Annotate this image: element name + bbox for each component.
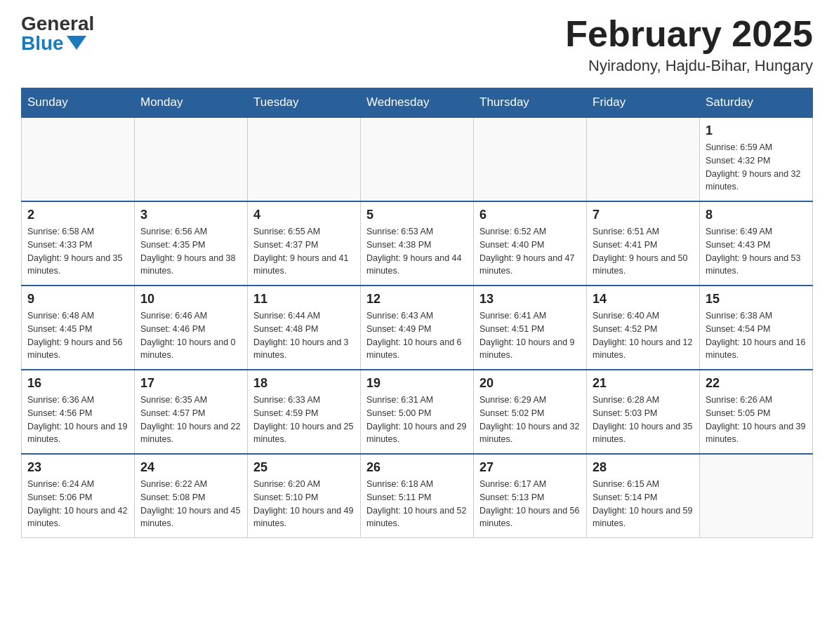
day-info: Sunrise: 6:36 AMSunset: 4:56 PMDaylight:… bbox=[27, 394, 128, 446]
day-info: Sunrise: 6:48 AMSunset: 4:45 PMDaylight:… bbox=[27, 309, 128, 362]
day-number: 9 bbox=[27, 292, 128, 307]
calendar-cell: 24Sunrise: 6:22 AMSunset: 5:08 PMDayligh… bbox=[135, 454, 248, 538]
day-info: Sunrise: 6:29 AMSunset: 5:02 PMDaylight:… bbox=[479, 394, 581, 446]
header-day-thursday: Thursday bbox=[474, 88, 587, 118]
header-day-monday: Monday bbox=[135, 88, 248, 118]
calendar-cell: 4Sunrise: 6:55 AMSunset: 4:37 PMDaylight… bbox=[248, 201, 361, 286]
calendar-week-1: 1Sunrise: 6:59 AMSunset: 4:32 PMDaylight… bbox=[22, 117, 813, 201]
logo-blue-text: Blue bbox=[21, 34, 86, 53]
header-row: SundayMondayTuesdayWednesdayThursdayFrid… bbox=[22, 88, 813, 118]
calendar-cell: 6Sunrise: 6:52 AMSunset: 4:40 PMDaylight… bbox=[474, 201, 587, 286]
day-number: 11 bbox=[253, 292, 355, 307]
header-day-saturday: Saturday bbox=[700, 88, 813, 118]
calendar-table: SundayMondayTuesdayWednesdayThursdayFrid… bbox=[21, 88, 813, 538]
calendar-cell: 12Sunrise: 6:43 AMSunset: 4:49 PMDayligh… bbox=[361, 286, 474, 370]
header-day-tuesday: Tuesday bbox=[248, 88, 361, 118]
day-number: 4 bbox=[253, 208, 355, 222]
day-info: Sunrise: 6:20 AMSunset: 5:10 PMDaylight:… bbox=[253, 478, 355, 530]
day-number: 3 bbox=[140, 208, 241, 222]
day-info: Sunrise: 6:18 AMSunset: 5:11 PMDaylight:… bbox=[366, 478, 468, 530]
calendar-cell bbox=[587, 117, 700, 201]
calendar-cell: 1Sunrise: 6:59 AMSunset: 4:32 PMDaylight… bbox=[700, 117, 813, 201]
day-number: 22 bbox=[706, 376, 807, 391]
day-info: Sunrise: 6:28 AMSunset: 5:03 PMDaylight:… bbox=[593, 394, 694, 446]
calendar-cell: 13Sunrise: 6:41 AMSunset: 4:51 PMDayligh… bbox=[474, 286, 587, 370]
calendar-cell: 17Sunrise: 6:35 AMSunset: 4:57 PMDayligh… bbox=[135, 370, 248, 454]
day-info: Sunrise: 6:33 AMSunset: 4:59 PMDaylight:… bbox=[253, 394, 355, 446]
day-info: Sunrise: 6:46 AMSunset: 4:46 PMDaylight:… bbox=[140, 309, 241, 362]
calendar-cell: 8Sunrise: 6:49 AMSunset: 4:43 PMDaylight… bbox=[700, 201, 813, 286]
day-info: Sunrise: 6:56 AMSunset: 4:35 PMDaylight:… bbox=[140, 225, 241, 278]
day-number: 6 bbox=[479, 208, 581, 222]
day-number: 16 bbox=[27, 376, 128, 391]
calendar-cell: 27Sunrise: 6:17 AMSunset: 5:13 PMDayligh… bbox=[474, 454, 587, 538]
day-info: Sunrise: 6:44 AMSunset: 4:48 PMDaylight:… bbox=[253, 309, 355, 362]
day-number: 7 bbox=[593, 208, 694, 222]
calendar-subtitle: Nyiradony, Hajdu-Bihar, Hungary bbox=[565, 57, 813, 75]
page-header: General Blue February 2025 Nyiradony, Ha… bbox=[21, 14, 813, 75]
day-number: 13 bbox=[479, 292, 581, 307]
day-number: 5 bbox=[366, 208, 468, 222]
calendar-cell: 28Sunrise: 6:15 AMSunset: 5:14 PMDayligh… bbox=[587, 454, 700, 538]
calendar-week-2: 2Sunrise: 6:58 AMSunset: 4:33 PMDaylight… bbox=[22, 201, 813, 286]
day-number: 21 bbox=[593, 376, 694, 391]
calendar-cell: 2Sunrise: 6:58 AMSunset: 4:33 PMDaylight… bbox=[22, 201, 135, 286]
calendar-cell: 20Sunrise: 6:29 AMSunset: 5:02 PMDayligh… bbox=[474, 370, 587, 454]
calendar-cell: 18Sunrise: 6:33 AMSunset: 4:59 PMDayligh… bbox=[248, 370, 361, 454]
logo: General Blue bbox=[21, 14, 94, 53]
calendar-cell bbox=[248, 117, 361, 201]
day-number: 25 bbox=[253, 460, 355, 475]
calendar-cell: 26Sunrise: 6:18 AMSunset: 5:11 PMDayligh… bbox=[361, 454, 474, 538]
calendar-body: 1Sunrise: 6:59 AMSunset: 4:32 PMDaylight… bbox=[22, 117, 813, 538]
calendar-cell: 19Sunrise: 6:31 AMSunset: 5:00 PMDayligh… bbox=[361, 370, 474, 454]
header-day-friday: Friday bbox=[587, 88, 700, 118]
header-day-sunday: Sunday bbox=[22, 88, 135, 118]
calendar-cell bbox=[474, 117, 587, 201]
calendar-cell: 22Sunrise: 6:26 AMSunset: 5:05 PMDayligh… bbox=[700, 370, 813, 454]
day-info: Sunrise: 6:52 AMSunset: 4:40 PMDaylight:… bbox=[479, 225, 581, 278]
day-number: 27 bbox=[479, 460, 581, 475]
day-info: Sunrise: 6:24 AMSunset: 5:06 PMDaylight:… bbox=[27, 478, 128, 530]
title-block: February 2025 Nyiradony, Hajdu-Bihar, Hu… bbox=[565, 14, 813, 75]
day-info: Sunrise: 6:15 AMSunset: 5:14 PMDaylight:… bbox=[593, 478, 694, 530]
day-number: 15 bbox=[706, 292, 807, 307]
day-number: 8 bbox=[706, 208, 807, 222]
calendar-week-4: 16Sunrise: 6:36 AMSunset: 4:56 PMDayligh… bbox=[22, 370, 813, 454]
calendar-cell: 11Sunrise: 6:44 AMSunset: 4:48 PMDayligh… bbox=[248, 286, 361, 370]
calendar-cell: 9Sunrise: 6:48 AMSunset: 4:45 PMDaylight… bbox=[22, 286, 135, 370]
calendar-cell: 3Sunrise: 6:56 AMSunset: 4:35 PMDaylight… bbox=[135, 201, 248, 286]
day-number: 10 bbox=[140, 292, 241, 307]
day-info: Sunrise: 6:26 AMSunset: 5:05 PMDaylight:… bbox=[706, 394, 807, 446]
calendar-week-3: 9Sunrise: 6:48 AMSunset: 4:45 PMDaylight… bbox=[22, 286, 813, 370]
day-info: Sunrise: 6:17 AMSunset: 5:13 PMDaylight:… bbox=[479, 478, 581, 530]
calendar-cell: 7Sunrise: 6:51 AMSunset: 4:41 PMDaylight… bbox=[587, 201, 700, 286]
day-number: 23 bbox=[27, 460, 128, 475]
day-number: 17 bbox=[140, 376, 241, 391]
day-number: 28 bbox=[593, 460, 694, 475]
calendar-title: February 2025 bbox=[565, 14, 813, 54]
calendar-cell: 10Sunrise: 6:46 AMSunset: 4:46 PMDayligh… bbox=[135, 286, 248, 370]
day-info: Sunrise: 6:53 AMSunset: 4:38 PMDaylight:… bbox=[366, 225, 468, 278]
day-info: Sunrise: 6:35 AMSunset: 4:57 PMDaylight:… bbox=[140, 394, 241, 446]
calendar-cell: 23Sunrise: 6:24 AMSunset: 5:06 PMDayligh… bbox=[22, 454, 135, 538]
day-info: Sunrise: 6:43 AMSunset: 4:49 PMDaylight:… bbox=[366, 309, 468, 362]
calendar-cell bbox=[361, 117, 474, 201]
calendar-cell: 25Sunrise: 6:20 AMSunset: 5:10 PMDayligh… bbox=[248, 454, 361, 538]
day-info: Sunrise: 6:22 AMSunset: 5:08 PMDaylight:… bbox=[140, 478, 241, 530]
logo-triangle-icon bbox=[67, 36, 86, 50]
day-number: 14 bbox=[593, 292, 694, 307]
day-number: 1 bbox=[706, 123, 807, 138]
calendar-cell bbox=[135, 117, 248, 201]
calendar-header: SundayMondayTuesdayWednesdayThursdayFrid… bbox=[22, 88, 813, 118]
day-number: 26 bbox=[366, 460, 468, 475]
day-info: Sunrise: 6:49 AMSunset: 4:43 PMDaylight:… bbox=[706, 225, 807, 278]
calendar-cell bbox=[22, 117, 135, 201]
day-number: 24 bbox=[140, 460, 241, 475]
day-info: Sunrise: 6:51 AMSunset: 4:41 PMDaylight:… bbox=[593, 225, 694, 278]
day-number: 2 bbox=[27, 208, 128, 222]
logo-general-text: General bbox=[21, 14, 94, 34]
calendar-week-5: 23Sunrise: 6:24 AMSunset: 5:06 PMDayligh… bbox=[22, 454, 813, 538]
calendar-cell bbox=[700, 454, 813, 538]
day-number: 19 bbox=[366, 376, 468, 391]
day-info: Sunrise: 6:58 AMSunset: 4:33 PMDaylight:… bbox=[27, 225, 128, 278]
